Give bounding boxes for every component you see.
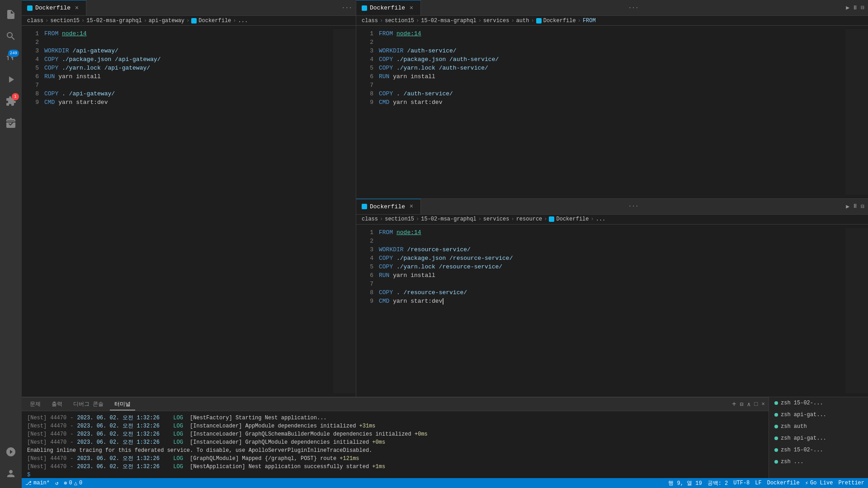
right-top-tab-close[interactable]: × — [408, 5, 415, 12]
left-editor-content: 12345 6789 FROM node:14 WORKDIR /api-gat… — [22, 26, 356, 397]
right-bottom-editor-panel: Dockerfile × ··· ▶ ⏸ ⊟ class › sect — [356, 199, 868, 397]
extensions-icon[interactable]: 1 — [0, 90, 22, 112]
terminal-list-item[interactable]: zsh 15-02-... — [769, 397, 868, 409]
branch-label: main* — [33, 480, 50, 486]
left-tab-more[interactable]: ··· — [338, 0, 356, 15]
code-line: COPY . /auth-service/ — [379, 89, 840, 98]
docker-icon — [27, 5, 33, 11]
terminal-content[interactable]: [Nest] 44470 - 2023. 06. 02. 오전 1:32:26 … — [22, 411, 769, 479]
lightning-icon: ⚡ — [805, 480, 808, 487]
code-line — [44, 38, 328, 47]
code-line: COPY . /api-gateway/ — [44, 89, 328, 98]
split-editor-button[interactable]: ⊟ — [861, 4, 864, 11]
activity-bar: 249 1 — [0, 0, 22, 488]
code-line: COPY ./yarn.lock /resource-service/ — [379, 263, 840, 271]
left-code-content: FROM node:14 WORKDIR /api-gateway/ COPY … — [44, 29, 333, 393]
code-line: RUN yarn install — [44, 72, 328, 81]
git-branch-status[interactable]: ⎇ main* — [25, 480, 50, 487]
editors-and-terminal: Dockerfile × ··· class › section15 › 15-… — [22, 0, 868, 397]
go-live-status[interactable]: ⚡ Go Live — [805, 480, 833, 487]
terminal-line: [Nest] 44470 - 2023. 06. 02. 오전 1:32:26 … — [27, 463, 763, 471]
testing-icon[interactable] — [0, 112, 22, 134]
terminal-list-item[interactable]: zsh ... — [769, 456, 868, 468]
account-icon[interactable] — [0, 463, 22, 484]
code-line: FROM node:14 — [379, 228, 840, 237]
code-line: WORKDIR /auth-service/ — [379, 47, 840, 55]
right-top-line-numbers: 12345 6789 — [356, 29, 379, 195]
terminal-line: [Nest] 44470 - 2023. 06. 02. 오전 1:32:26 … — [27, 438, 763, 446]
pause-button-2[interactable]: ⏸ — [852, 203, 858, 210]
sync-status[interactable]: ↺ — [55, 480, 58, 487]
left-tab-close[interactable]: × — [73, 5, 80, 12]
code-line: CMD yarn start:dev — [44, 98, 328, 107]
breadcrumb-docker-icon-3 — [549, 216, 554, 222]
terminal-list-item[interactable]: zsh auth — [769, 421, 868, 432]
terminal-split-icon[interactable]: ⊟ — [740, 401, 744, 408]
terminal-active-dot — [774, 413, 778, 417]
source-control-icon[interactable]: 249 — [0, 47, 22, 69]
terminal-tab-debug[interactable]: 디버그 콘솔 — [69, 399, 108, 410]
split-editor-button-2[interactable]: ⊟ — [861, 203, 864, 210]
terminal-active-dot — [774, 448, 778, 452]
right-bottom-tab-close[interactable]: × — [408, 203, 415, 210]
left-minimap — [333, 29, 356, 393]
branch-icon: ⎇ — [25, 480, 32, 487]
pause-button[interactable]: ⏸ — [852, 5, 858, 11]
files-icon[interactable] — [0, 4, 22, 25]
terminal-line: [Nest] 44470 - 2023. 06. 02. 오전 1:32:26 … — [27, 430, 763, 438]
run-debug-icon[interactable] — [0, 69, 22, 90]
editors-row: Dockerfile × ··· class › section15 › 15-… — [22, 0, 868, 397]
right-bottom-editor-content: 12345 6789 FROM node:14 WORKDIR /resourc… — [356, 225, 868, 397]
terminal-prompt-line: $ — [27, 471, 763, 479]
right-top-tab-more[interactable]: ··· — [624, 0, 642, 15]
run-button-2[interactable]: ▶ — [846, 203, 849, 210]
terminal-actions: + ⊟ ∧ □ × — [732, 400, 765, 408]
line-ending-status[interactable]: LF — [755, 480, 761, 486]
right-bottom-tab-more[interactable]: ··· — [624, 199, 642, 214]
code-line: FROM node:14 — [44, 29, 328, 38]
error-icon: ⊗ — [64, 480, 67, 487]
encoding-status[interactable]: UTF-8 — [733, 480, 750, 486]
extensions-badge: 1 — [12, 93, 19, 100]
terminal-tab-terminal[interactable]: 터미널 — [110, 399, 135, 410]
code-line: COPY . /resource-service/ — [379, 288, 840, 297]
terminal-list-item[interactable]: zsh api-gat... — [769, 432, 868, 444]
code-line: COPY ./package.json /api-gateway/ — [44, 55, 328, 64]
terminal-maximize-icon[interactable]: □ — [754, 401, 758, 408]
indentation-status[interactable]: 공백: 2 — [708, 479, 728, 487]
status-bar: ⎇ main* ↺ ⊗ 0 △ 0 행 9, 열 19 공백: 2 UTF-8 — [22, 478, 868, 488]
right-top-editor-panel: Dockerfile × ··· ▶ ⏸ ⊟ class › sect — [356, 0, 868, 199]
terminal-add-icon[interactable]: + — [732, 400, 736, 408]
right-top-editor-content: 12345 6789 FROM node:14 WORKDIR /auth-se… — [356, 26, 868, 198]
terminal-tab-problems[interactable]: 문제 — [25, 399, 45, 410]
code-line — [44, 81, 328, 89]
terminal-close-icon[interactable]: × — [761, 401, 765, 408]
terminal-list-item[interactable]: zsh api-gat... — [769, 409, 868, 421]
right-bottom-dockerfile-tab[interactable]: Dockerfile × — [356, 199, 421, 214]
cursor-position-status[interactable]: 행 9, 열 19 — [668, 479, 702, 487]
terminal-list-item[interactable]: zsh 15-02-... — [769, 444, 868, 456]
terminal-line: [Nest] 44470 - 2023. 06. 02. 오전 1:32:26 … — [27, 422, 763, 430]
code-line: RUN yarn install — [379, 72, 840, 81]
right-top-dockerfile-tab[interactable]: Dockerfile × — [356, 0, 421, 15]
left-dockerfile-tab[interactable]: Dockerfile × — [22, 0, 86, 15]
run-button[interactable]: ▶ — [846, 4, 849, 11]
sync-icon: ↺ — [55, 480, 58, 487]
terminal-tab-bar: 문제 출력 디버그 콘솔 터미널 + ⊟ ∧ □ × — [22, 398, 769, 411]
language-mode-status[interactable]: Dockerfile — [767, 480, 800, 486]
breadcrumb-docker-icon — [191, 18, 197, 23]
remote-icon[interactable] — [0, 441, 22, 463]
code-line: CMD yarn start:dev — [379, 98, 840, 107]
terminal-tab-output[interactable]: 출력 — [47, 399, 67, 410]
problems-status[interactable]: ⊗ 0 △ 0 — [64, 480, 82, 487]
code-line: COPY ./yarn.lock /api-gateway/ — [44, 64, 328, 72]
terminal-minimize-icon[interactable]: ∧ — [747, 401, 751, 408]
main-area: Dockerfile × ··· class › section15 › 15-… — [22, 0, 868, 488]
prettier-status[interactable]: Prettier — [838, 480, 864, 486]
warning-icon: △ — [74, 480, 77, 487]
terminal-active-dot — [774, 401, 778, 405]
search-icon[interactable] — [0, 25, 22, 47]
right-bottom-tab-label: Dockerfile — [370, 203, 405, 210]
terminals-list-panel: zsh 15-02-... zsh api-gat... zsh auth zs… — [769, 397, 868, 478]
left-line-numbers: 12345 6789 — [22, 29, 44, 393]
